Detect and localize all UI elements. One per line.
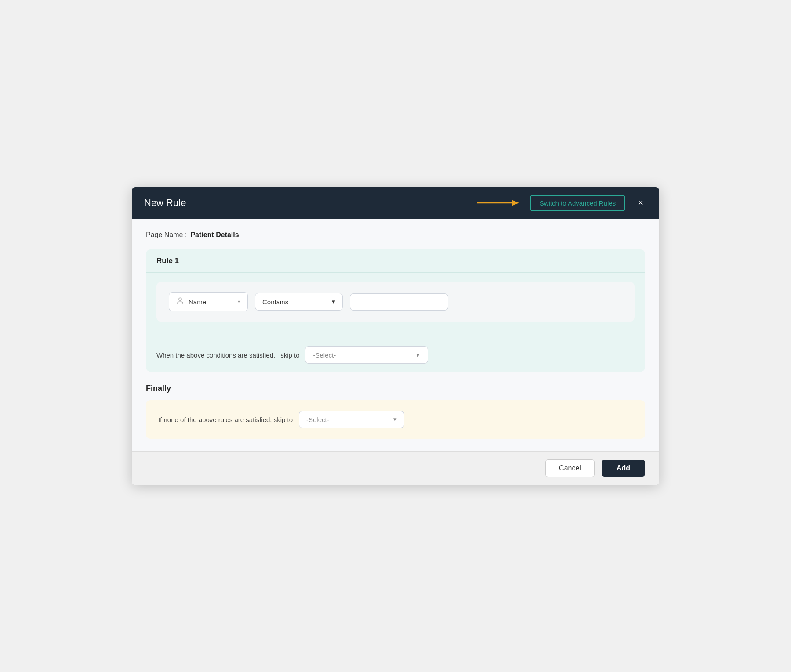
rule-footer-text-before: When the above conditions are satisfied, <box>156 351 275 359</box>
rule1-footer: When the above conditions are satisfied,… <box>146 338 645 372</box>
modal-title: New Rule <box>144 197 186 209</box>
person-icon <box>176 297 184 307</box>
field-select[interactable]: Name ▾ <box>169 292 248 311</box>
field-label: Name <box>189 298 233 306</box>
field-chevron-icon: ▾ <box>238 299 240 305</box>
finally-text: If none of the above rules are satisfied… <box>158 416 293 423</box>
finally-label: Finally <box>146 384 645 393</box>
finally-section: Finally If none of the above rules are s… <box>146 384 645 439</box>
condition-row: Name ▾ Contains ▾ <box>169 292 622 311</box>
condition-wrapper: Name ▾ Contains ▾ <box>156 282 635 322</box>
operator-select[interactable]: Contains ▾ <box>255 293 343 311</box>
page-name-row: Page Name : Patient Details <box>146 231 645 239</box>
rule1-header: Rule 1 <box>146 249 645 273</box>
page-name-value: Patient Details <box>190 231 239 239</box>
condition-value-input[interactable] <box>350 293 448 311</box>
cancel-button[interactable]: Cancel <box>545 459 595 477</box>
arrow-indicator <box>477 197 521 209</box>
rule1-conditions: Name ▾ Contains ▾ <box>146 273 645 338</box>
skip-to-chevron-icon: ▾ <box>416 351 420 359</box>
finally-select-placeholder: -Select- <box>306 416 329 423</box>
operator-chevron-icon: ▾ <box>332 298 335 306</box>
close-button[interactable]: × <box>634 196 647 210</box>
modal-body: Page Name : Patient Details Rule 1 <box>132 219 659 451</box>
svg-marker-1 <box>512 200 519 206</box>
finally-select[interactable]: -Select- ▾ <box>299 411 404 428</box>
modal-container: New Rule Switch to Advanced Rules × Page… <box>132 187 659 485</box>
operator-label: Contains <box>262 298 288 306</box>
modal-header: New Rule Switch to Advanced Rules × <box>132 187 659 219</box>
add-button[interactable]: Add <box>602 460 645 477</box>
finally-card: If none of the above rules are satisfied… <box>146 400 645 439</box>
skip-to-select[interactable]: -Select- ▾ <box>305 346 428 364</box>
finally-chevron-icon: ▾ <box>393 415 397 423</box>
modal-footer: Cancel Add <box>132 451 659 485</box>
skip-to-placeholder: -Select- <box>313 351 336 359</box>
switch-to-advanced-button[interactable]: Switch to Advanced Rules <box>530 195 625 211</box>
rule-footer-text-skip: skip to <box>280 351 299 359</box>
page-name-label: Page Name : <box>146 231 187 239</box>
rule1-card: Rule 1 Name ▾ <box>146 249 645 372</box>
svg-point-2 <box>179 298 181 300</box>
header-right: Switch to Advanced Rules × <box>477 195 647 211</box>
